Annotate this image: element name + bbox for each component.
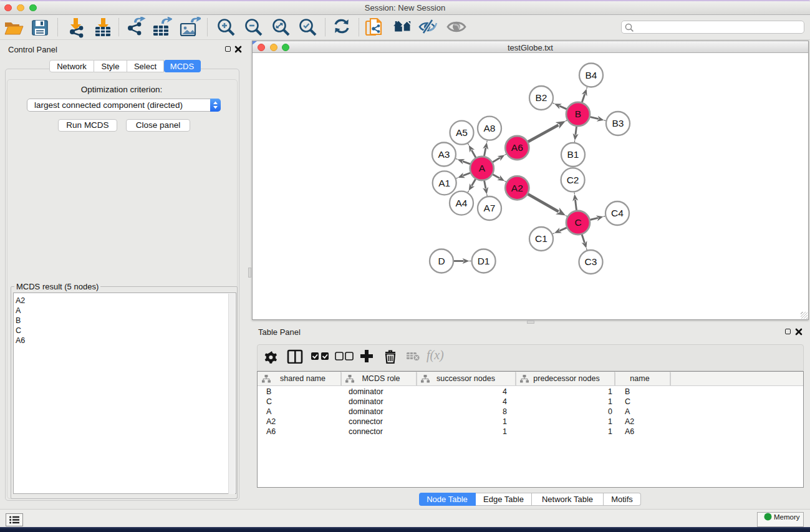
- svg-text:B4: B4: [586, 70, 597, 80]
- svg-text:C: C: [574, 217, 581, 228]
- svg-text:D1: D1: [478, 256, 490, 266]
- svg-text:A5: A5: [456, 127, 468, 138]
- svg-text:B1: B1: [567, 149, 579, 160]
- svg-text:A6: A6: [511, 142, 523, 153]
- svg-text:A1: A1: [438, 178, 450, 188]
- svg-text:A: A: [479, 163, 486, 173]
- svg-text:C3: C3: [585, 256, 597, 267]
- svg-text:C2: C2: [567, 175, 579, 185]
- svg-text:A4: A4: [456, 198, 468, 208]
- svg-text:C1: C1: [535, 233, 547, 244]
- svg-text:B: B: [575, 109, 581, 119]
- svg-text:A7: A7: [484, 203, 496, 213]
- svg-text:A2: A2: [511, 183, 523, 193]
- svg-text:B3: B3: [612, 118, 624, 128]
- svg-text:C4: C4: [611, 208, 624, 218]
- svg-text:D: D: [438, 256, 445, 266]
- svg-text:B2: B2: [536, 92, 547, 103]
- svg-text:A8: A8: [484, 123, 496, 133]
- svg-text:A3: A3: [438, 149, 450, 160]
